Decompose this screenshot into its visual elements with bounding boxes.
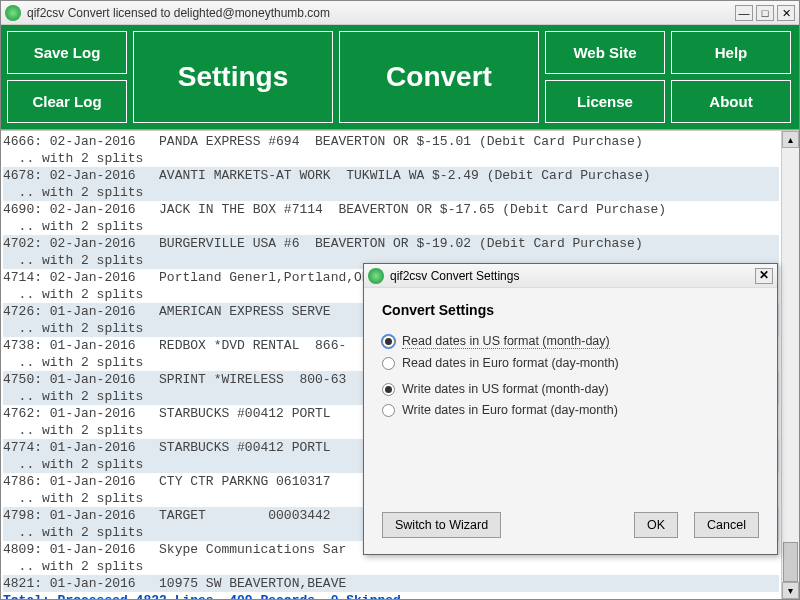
web-site-button[interactable]: Web Site	[545, 31, 665, 74]
dialog-heading: Convert Settings	[382, 302, 759, 318]
settings-button[interactable]: Settings	[133, 31, 333, 123]
close-window-button[interactable]: ✕	[777, 5, 795, 21]
scroll-down-icon[interactable]: ▾	[782, 582, 799, 599]
radio-option[interactable]: Read dates in Euro format (day-month)	[382, 356, 759, 370]
minimize-button[interactable]: —	[735, 5, 753, 21]
radio-icon	[382, 383, 395, 396]
dialog-buttons: Switch to Wizard OK Cancel	[364, 502, 777, 554]
log-line: 4690: 02-Jan-2016 JACK IN THE BOX #7114 …	[3, 201, 779, 218]
ok-button[interactable]: OK	[634, 512, 678, 538]
toolbar: Save Log Clear Log Settings Convert Web …	[7, 31, 793, 123]
log-line: 4666: 02-Jan-2016 PANDA EXPRESS #694 BEA…	[3, 133, 779, 150]
radio-label: Read dates in Euro format (day-month)	[402, 356, 619, 370]
app-logo-icon	[5, 5, 21, 21]
write-dates-group: Write dates in US format (month-day)Writ…	[382, 382, 759, 417]
dialog-title: qif2csv Convert Settings	[390, 269, 755, 283]
log-line: .. with 2 splits	[3, 218, 779, 235]
radio-option[interactable]: Write dates in Euro format (day-month)	[382, 403, 759, 417]
convert-button[interactable]: Convert	[339, 31, 539, 123]
log-line: 4678: 02-Jan-2016 AVANTI MARKETS-AT WORK…	[3, 167, 779, 184]
summary-line: Total: Processed 4822 Lines, 409 Records…	[3, 592, 779, 599]
license-button[interactable]: License	[545, 80, 665, 123]
radio-icon	[382, 404, 395, 417]
toolbar-area: Save Log Clear Log Settings Convert Web …	[1, 25, 799, 130]
clear-log-button[interactable]: Clear Log	[7, 80, 127, 123]
radio-icon	[382, 335, 395, 348]
help-button[interactable]: Help	[671, 31, 791, 74]
maximize-button[interactable]: □	[756, 5, 774, 21]
log-scrollbar[interactable]: ▴ ▾	[781, 131, 799, 599]
settings-dialog: qif2csv Convert Settings ✕ Convert Setti…	[363, 263, 778, 555]
dialog-close-button[interactable]: ✕	[755, 268, 773, 284]
radio-option[interactable]: Read dates in US format (month-day)	[382, 334, 759, 349]
scroll-thumb[interactable]	[783, 542, 798, 582]
read-dates-group: Read dates in US format (month-day)Read …	[382, 334, 759, 370]
window-title: qif2csv Convert licensed to delighted@mo…	[27, 6, 732, 20]
radio-label: Write dates in US format (month-day)	[402, 382, 609, 396]
radio-label: Read dates in US format (month-day)	[402, 334, 610, 349]
dialog-body: Convert Settings Read dates in US format…	[364, 288, 777, 502]
log-line: .. with 2 splits	[3, 184, 779, 201]
cancel-button[interactable]: Cancel	[694, 512, 759, 538]
radio-label: Write dates in Euro format (day-month)	[402, 403, 618, 417]
dialog-logo-icon	[368, 268, 384, 284]
save-log-button[interactable]: Save Log	[7, 31, 127, 74]
log-line: .. with 2 splits	[3, 150, 779, 167]
log-line: 4821: 01-Jan-2016 10975 SW BEAVERTON,BEA…	[3, 575, 779, 592]
switch-to-wizard-button[interactable]: Switch to Wizard	[382, 512, 501, 538]
log-line: .. with 2 splits	[3, 558, 779, 575]
radio-icon	[382, 357, 395, 370]
radio-option[interactable]: Write dates in US format (month-day)	[382, 382, 759, 396]
scroll-up-icon[interactable]: ▴	[782, 131, 799, 148]
log-line: 4702: 02-Jan-2016 BURGERVILLE USA #6 BEA…	[3, 235, 779, 252]
about-button[interactable]: About	[671, 80, 791, 123]
dialog-titlebar: qif2csv Convert Settings ✕	[364, 264, 777, 288]
titlebar: qif2csv Convert licensed to delighted@mo…	[1, 1, 799, 25]
